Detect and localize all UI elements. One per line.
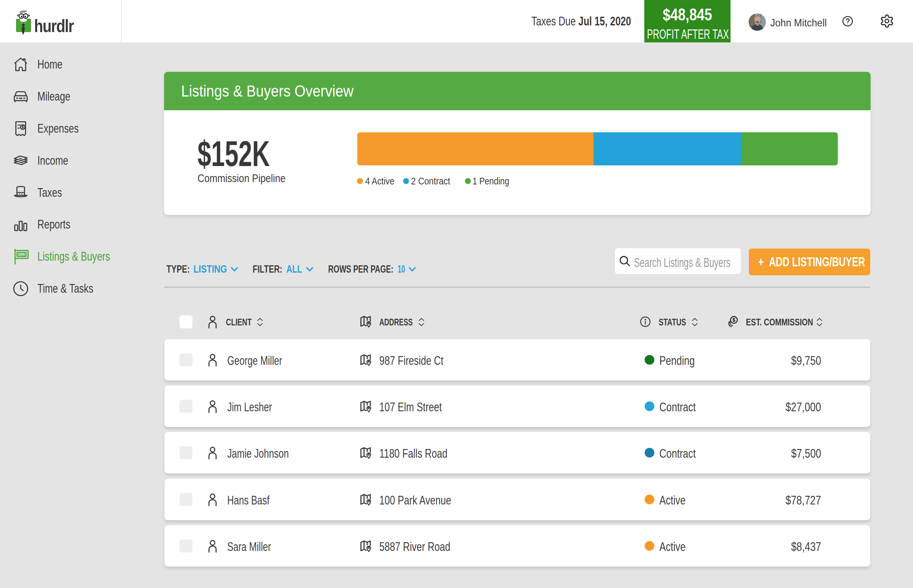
svg-text:hurdlr: hurdlr bbox=[34, 16, 74, 36]
svg-text:SALE: SALE bbox=[18, 253, 26, 256]
